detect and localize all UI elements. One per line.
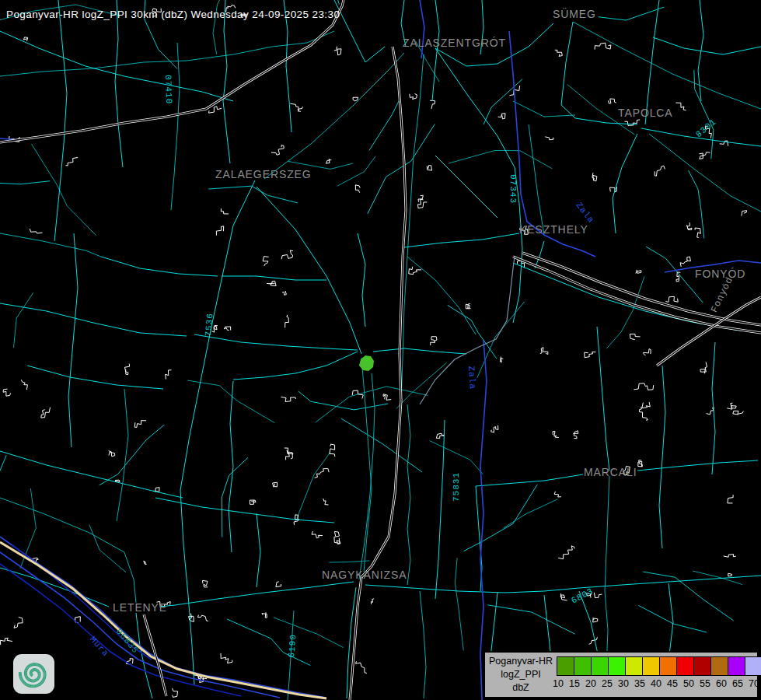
map-line <box>585 352 596 358</box>
map-line <box>733 411 743 415</box>
map-line <box>373 348 466 354</box>
map-line <box>431 337 437 345</box>
map-line <box>334 47 341 55</box>
map-line <box>330 561 370 562</box>
map-line <box>359 373 375 579</box>
map-line <box>498 114 505 119</box>
map-line <box>273 482 278 487</box>
map-line <box>695 228 700 237</box>
legend-colorbar <box>557 656 761 674</box>
map-line <box>115 0 123 167</box>
map-line <box>535 241 544 268</box>
map-line <box>573 22 761 109</box>
map-line <box>353 97 358 101</box>
map-line <box>653 37 761 54</box>
map-line <box>659 366 665 548</box>
map-line <box>466 304 470 309</box>
map-line <box>727 403 736 409</box>
map-line <box>187 380 274 422</box>
map-line <box>407 257 476 334</box>
map-line <box>27 366 163 389</box>
legend-tick-label: 20 <box>585 678 596 689</box>
map-line <box>432 0 439 101</box>
map-line <box>724 555 736 558</box>
map-line <box>250 500 256 505</box>
map-line <box>312 531 323 538</box>
map-line <box>643 572 733 621</box>
map-line <box>315 468 330 478</box>
map-line <box>639 407 648 420</box>
map-line <box>225 327 231 331</box>
legend-tick-label: 45 <box>667 678 678 689</box>
map-line <box>66 158 79 166</box>
map-line <box>594 593 602 598</box>
map-line <box>290 103 298 112</box>
map-line <box>0 303 187 336</box>
map-line <box>274 618 344 648</box>
legend-tick-label: 25 <box>602 678 613 689</box>
map-line <box>593 618 598 622</box>
map-line <box>728 573 732 576</box>
map-line <box>0 31 334 76</box>
legend-color-swatch <box>693 656 711 676</box>
map-line <box>285 315 289 328</box>
legend-tick-row: 10152025303540455055606570 <box>558 678 756 691</box>
map-line <box>0 638 12 645</box>
map-line <box>605 476 609 669</box>
map-line <box>281 397 295 401</box>
map-line <box>134 421 146 428</box>
map-line <box>555 50 562 56</box>
map-line <box>655 166 665 176</box>
map-line <box>144 561 147 564</box>
map-line <box>323 499 329 505</box>
map-line <box>694 70 714 159</box>
map-line <box>500 357 503 362</box>
map-line <box>455 558 463 650</box>
map-line <box>24 37 28 41</box>
map-line <box>21 380 27 390</box>
map-line <box>599 7 665 20</box>
map-line <box>491 425 498 432</box>
map-line <box>742 211 747 216</box>
map-line <box>194 334 358 350</box>
map-line <box>545 137 553 140</box>
map-line <box>613 134 637 233</box>
legend-tick-label: 35 <box>634 678 645 689</box>
road-number-label: 75831 <box>452 472 461 502</box>
map-line <box>30 229 42 233</box>
map-line <box>625 120 641 126</box>
map-line <box>316 387 428 422</box>
map-line <box>341 418 422 472</box>
map-line <box>41 408 51 418</box>
map-line <box>700 362 707 374</box>
map-line <box>32 144 96 236</box>
map-line <box>728 495 733 503</box>
legend-tick-label: 10 <box>553 678 564 689</box>
map-line <box>680 257 690 267</box>
spiral-icon <box>13 654 54 694</box>
legend-station-name: Poganyvar-HR <box>489 655 553 668</box>
legend-color-swatch <box>557 656 574 676</box>
legend-panel: Poganyvar-HR logZ_PPI dbZ 10152025303540… <box>483 651 759 698</box>
map-line <box>430 100 435 109</box>
map-line <box>404 233 519 247</box>
legend-color-swatch <box>574 656 592 676</box>
map-line <box>257 513 260 587</box>
map-line <box>14 618 23 628</box>
map-line <box>418 199 428 208</box>
map-line <box>222 457 248 537</box>
map-line <box>477 302 525 378</box>
map-line <box>427 166 431 171</box>
map-line <box>281 250 293 259</box>
map-line <box>358 233 365 327</box>
map-line <box>449 151 553 169</box>
map-line <box>361 47 406 577</box>
map-line <box>463 485 537 551</box>
legend-tick-label: 50 <box>683 678 694 689</box>
legend-titles: Poganyvar-HR logZ_PPI dbZ <box>487 654 555 695</box>
map-line <box>480 341 487 700</box>
legend-product-name: logZ_PPI <box>501 668 540 681</box>
map-line <box>634 383 653 390</box>
map-line <box>117 389 128 521</box>
map-line <box>326 159 332 163</box>
